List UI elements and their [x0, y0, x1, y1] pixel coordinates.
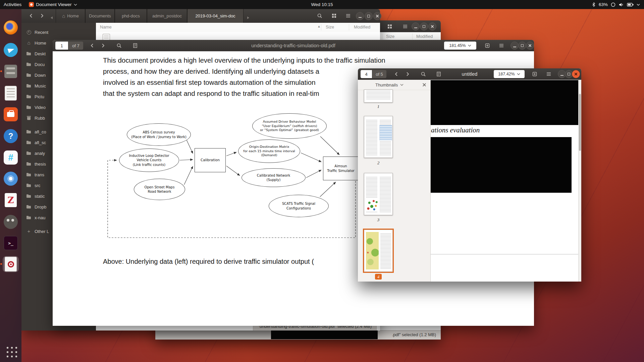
- column-header-modified[interactable]: Modified: [416, 34, 433, 39]
- grid-view-button[interactable]: [329, 11, 339, 20]
- panel-close-icon[interactable]: [422, 82, 427, 87]
- dock-item-terminal[interactable]: >_: [3, 235, 19, 251]
- sidebar-toggle-button[interactable]: [130, 41, 140, 50]
- tab-bar: ⌂Home Documents phd-docs admin_postdoc 2…: [56, 9, 244, 23]
- tab-admin-postdoc[interactable]: admin_postdoc: [147, 9, 187, 23]
- dock-item-ubuntu-software[interactable]: [3, 106, 19, 122]
- dock-item-firefox[interactable]: [3, 19, 19, 36]
- page-number-input[interactable]: 1: [55, 42, 68, 50]
- history-forward-button[interactable]: [98, 41, 108, 50]
- clock[interactable]: Wed 10:15: [311, 2, 333, 7]
- dock-item-help[interactable]: ?: [3, 128, 19, 144]
- running-indicator: [0, 70, 2, 72]
- diagram-node-calibrated-network: Callibrated Network (Supply): [241, 168, 306, 187]
- column-header-modified[interactable]: Modified: [354, 24, 370, 29]
- close-button[interactable]: [526, 42, 534, 50]
- folder-icon: [26, 215, 32, 220]
- redacted-block: [271, 330, 378, 339]
- activities-button[interactable]: Activities: [0, 0, 25, 9]
- sidebar-item-recent[interactable]: Recent: [21, 27, 96, 38]
- thumbnail-page-1[interactable]: [364, 89, 393, 103]
- column-header-size[interactable]: Size: [386, 34, 394, 39]
- maximize-button[interactable]: [518, 42, 526, 50]
- tab-scroll-left-icon[interactable]: [50, 14, 53, 20]
- dock-item-files[interactable]: [3, 63, 19, 79]
- minimize-button[interactable]: [511, 42, 519, 50]
- dock-item-text-editor[interactable]: [3, 85, 19, 101]
- system-status-area[interactable]: 63%: [592, 0, 643, 9]
- search-button[interactable]: [114, 41, 124, 50]
- app-menu[interactable]: Document Viewer: [25, 0, 80, 9]
- back-button[interactable]: [26, 11, 36, 20]
- diagram-node-scats: SCATS Traffic Signal Configurations: [269, 195, 329, 217]
- zoom-select[interactable]: 187.42%: [494, 70, 525, 78]
- close-button[interactable]: [428, 22, 436, 31]
- search-button[interactable]: [418, 70, 428, 78]
- history-back-button[interactable]: [391, 70, 401, 78]
- menu-button[interactable]: [343, 11, 353, 20]
- minimize-button[interactable]: [412, 22, 420, 31]
- search-button[interactable]: [315, 11, 325, 20]
- evince-small-headerbar: 4 of 5 untitled 187.42%: [358, 68, 581, 80]
- history-forward-button[interactable]: [402, 70, 413, 78]
- tab-phd-docs[interactable]: phd-docs: [115, 9, 147, 23]
- close-button[interactable]: [572, 70, 580, 78]
- telegram-icon: [4, 43, 18, 57]
- folder-icon: [26, 105, 32, 110]
- help-icon: ?: [4, 129, 18, 143]
- grid-view-button[interactable]: [385, 22, 395, 31]
- maximize-button[interactable]: [365, 12, 373, 20]
- show-applications-button[interactable]: [5, 345, 17, 358]
- history-back-button[interactable]: [87, 41, 97, 50]
- folder-icon: [26, 161, 32, 167]
- thumbnail-page-3[interactable]: [364, 173, 393, 215]
- thumbnail-page-2[interactable]: [364, 116, 393, 158]
- dock-item-document-viewer[interactable]: [3, 256, 19, 272]
- column-header-size[interactable]: Size: [326, 24, 334, 29]
- battery-percentage: 63%: [599, 2, 608, 7]
- dock-item-chromium[interactable]: [3, 171, 19, 187]
- dock-item-zotero[interactable]: Z: [3, 192, 19, 208]
- column-header-name[interactable]: Name: [100, 24, 112, 29]
- sidebar-toggle-button[interactable]: [434, 70, 444, 78]
- home-icon: ⌂: [26, 40, 32, 46]
- scrollbar[interactable]: [578, 80, 581, 282]
- annotation-button[interactable]: [482, 41, 492, 50]
- diagram-node-osm: Open Street Maps Road Network: [134, 179, 185, 200]
- bluetooth-icon: [592, 2, 596, 7]
- tab-2019-03-04-sim-doc[interactable]: 2019-03-04_sim-doc: [187, 9, 244, 23]
- minimize-button[interactable]: [356, 12, 364, 20]
- clock-icon: [26, 29, 32, 35]
- window-title: untitled: [462, 68, 478, 80]
- folder-icon: [26, 129, 32, 134]
- dock-item-slack[interactable]: #: [3, 149, 19, 166]
- text-editor-icon: [5, 86, 17, 101]
- plus-icon: +: [26, 229, 32, 234]
- tab-home[interactable]: ⌂Home: [56, 9, 85, 23]
- maximize-button[interactable]: [420, 22, 428, 31]
- thumbnail-page-4[interactable]: [364, 230, 393, 272]
- battery-icon: [627, 3, 634, 7]
- sort-ascending-icon[interactable]: ▲: [317, 24, 321, 28]
- diagram-node-od-matrix: Origin-Destination Matrix for each 15 mi…: [238, 139, 300, 163]
- files-back-status-text: .pdf” selected (1.2 MB): [392, 332, 436, 337]
- forward-button[interactable]: [37, 11, 47, 20]
- close-button[interactable]: [373, 12, 381, 20]
- thumbnails-panel: Thumbnails 1 2 3: [358, 80, 431, 282]
- folder-icon: [26, 204, 32, 209]
- folder-icon: [26, 172, 32, 177]
- menu-button[interactable]: [496, 41, 506, 50]
- tab-scroll-right-icon[interactable]: [247, 14, 250, 20]
- dock-item-gimp[interactable]: [3, 214, 19, 230]
- dock-item-telegram[interactable]: [3, 42, 19, 58]
- menu-button[interactable]: [400, 22, 410, 31]
- sync-status-icon: [611, 2, 615, 7]
- page-number-input[interactable]: 4: [361, 70, 372, 78]
- pdf-view[interactable]: ations evaluation: [431, 80, 581, 282]
- menu-button[interactable]: [544, 70, 554, 78]
- annotation-button[interactable]: [530, 70, 540, 78]
- thumbnails-dropdown[interactable]: Thumbnails: [375, 82, 398, 87]
- zoom-select[interactable]: 181.45%: [444, 42, 476, 50]
- tab-documents[interactable]: Documents: [85, 9, 115, 23]
- folder-icon: [26, 140, 32, 145]
